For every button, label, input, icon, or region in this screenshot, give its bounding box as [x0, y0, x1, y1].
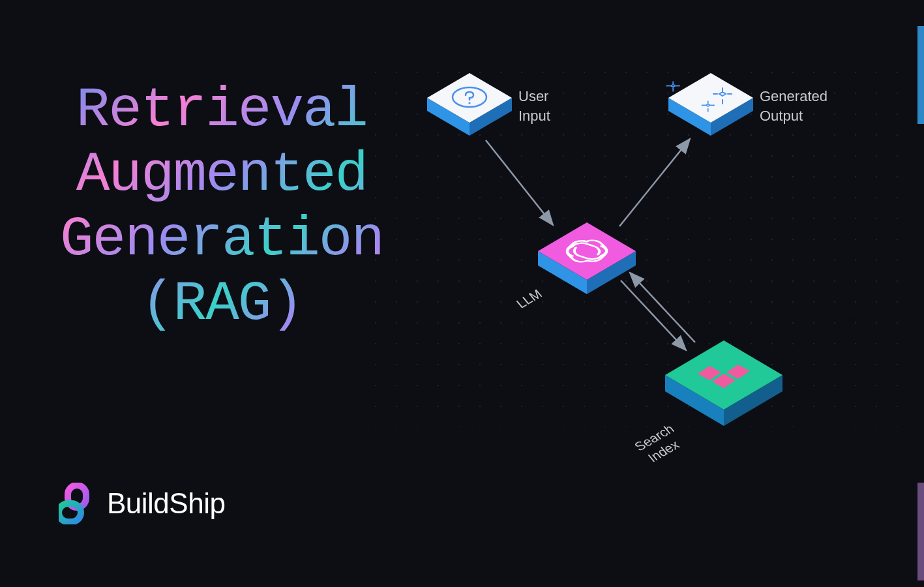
buildship-logo-icon	[59, 483, 95, 524]
title-line: Retrieval	[76, 78, 367, 142]
meilisearch-logo-text: meilisearch	[834, 305, 876, 330]
diagram-canvas: meilisearch	[404, 62, 900, 486]
main-title: Retrieval Augmented Generation (RAG)	[52, 78, 391, 337]
user-input-tile	[427, 73, 512, 136]
rag-diagram: User Input Generated Output LLM Search I…	[404, 62, 900, 486]
edge-accent-top	[917, 26, 924, 124]
arrow-llm-to-output	[619, 139, 690, 226]
edge-accent-bottom	[917, 483, 924, 580]
svg-point-2	[468, 102, 470, 104]
title-line: Generation	[60, 207, 383, 271]
llm-tile	[538, 222, 636, 294]
arrow-llm-to-search	[621, 280, 686, 350]
brand-wrapper: BuildShip	[59, 483, 225, 524]
generated-output-tile	[666, 73, 753, 136]
arrow-userinput-to-llm	[486, 140, 553, 225]
arrow-search-to-llm	[630, 273, 695, 342]
brand-name: BuildShip	[107, 487, 225, 520]
search-index-tile: meilisearch	[665, 305, 876, 426]
title-line: (RAG)	[141, 272, 303, 336]
title-line: Augmented	[76, 143, 367, 207]
